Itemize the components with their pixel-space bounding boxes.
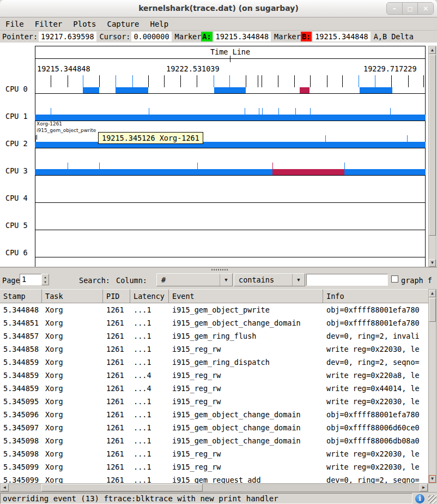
chevron-down-icon[interactable]: ▼ (220, 274, 232, 286)
marker-b-badge[interactable]: B: (301, 32, 312, 41)
cell-latency: ...1 (130, 460, 169, 473)
scroll-down-icon[interactable]: ▼ (429, 259, 436, 267)
cell-info: obj=0xffff88006db08a0 (323, 434, 428, 447)
header-info[interactable]: Info (323, 289, 428, 303)
cell-pid: 1261 (103, 329, 130, 343)
header-latency[interactable]: Latency (130, 289, 169, 303)
cell-task: Xorg (42, 343, 103, 356)
cell-info: dev=0, ring=2, invali (323, 329, 428, 343)
table-row[interactable]: 5.344859Xorg1261...4i915_reg_rwwrite reg… (0, 382, 428, 395)
table-vscroll-thumb[interactable] (429, 298, 436, 322)
event-tick (391, 75, 392, 87)
scroll-right-icon[interactable]: ▶ (420, 484, 428, 491)
scroll-down-icon[interactable]: ▼ (429, 475, 436, 483)
event-tick (197, 75, 197, 87)
task-run-bar[interactable] (360, 87, 392, 93)
task-run-bar[interactable] (300, 87, 309, 93)
axis-label-mid: 19222.531039 (166, 64, 220, 73)
match-select-value: contains (239, 275, 274, 284)
table-hscroll-thumb[interactable] (41, 484, 203, 491)
table-row[interactable]: 5.345098Xorg1261...1i915_gem_object_chan… (0, 434, 428, 447)
task-run-bar[interactable] (83, 87, 99, 93)
timeline-graph-pane[interactable]: Time Line 19215.344848 19222.531039 1922… (0, 43, 437, 267)
event-tick (148, 75, 149, 87)
header-event[interactable]: Event (169, 289, 323, 303)
table-vscrollbar[interactable]: ▲ ▼ (428, 289, 436, 483)
marker-a-badge[interactable]: A: (201, 32, 212, 41)
resize-grip-icon[interactable] (428, 495, 436, 503)
chevron-down-icon[interactable]: ▼ (292, 274, 305, 286)
cell-event: i915_reg_rw (169, 447, 323, 460)
table-row[interactable]: 5.344848Xorg1261...1i915_gem_object_pwri… (0, 303, 428, 316)
maximize-button[interactable]: ◻ (403, 3, 418, 14)
task-run-bar[interactable] (214, 87, 246, 93)
plot-frame (35, 46, 426, 267)
cell-stamp: 5.345099 (0, 473, 42, 483)
graph-follows-checkbox[interactable] (391, 275, 398, 283)
cell-latency: ...1 (130, 329, 169, 343)
cell-event: i915_gem_object_change_domain (169, 408, 323, 421)
cell-pid: 1261 (103, 473, 130, 483)
header-task[interactable]: Task (42, 289, 103, 303)
task-annotation: Xorg-1261 i915_gem_object_pwrite (37, 121, 96, 134)
scroll-up-icon[interactable]: ▲ (429, 46, 436, 54)
search-input[interactable] (306, 274, 388, 286)
cell-pid: 1261 (103, 303, 130, 316)
task-run-bar[interactable] (272, 169, 344, 175)
close-button[interactable]: ✕ (418, 3, 433, 14)
table-hscrollbar[interactable]: ◀ ▶ (0, 483, 428, 492)
table-row[interactable]: 5.345098Xorg1261...1i915_reg_rwwrite reg… (0, 447, 428, 460)
info-icon[interactable]: i (415, 494, 424, 503)
header-pid[interactable]: PID (103, 289, 130, 303)
menu-file[interactable]: File (0, 19, 29, 29)
cell-info: write reg=0x22030, le (323, 343, 428, 356)
table-row[interactable]: 5.345097Xorg1261...1i915_gem_object_chan… (0, 421, 428, 434)
event-tick (132, 75, 133, 87)
column-select-value: # (161, 275, 166, 284)
window-controls: – ◻ ✕ (386, 2, 434, 15)
cell-pid: 1261 (103, 434, 130, 447)
table-row[interactable]: 5.344859Xorg1261...4i915_reg_rwwrite reg… (0, 369, 428, 382)
cell-task: Xorg (42, 382, 103, 395)
minimize-button[interactable]: – (387, 3, 403, 14)
cell-stamp: 5.344859 (0, 369, 42, 382)
cell-info: write reg=0x22030, le (323, 460, 428, 473)
table-row[interactable]: 5.344859Xorg1261...1i915_gem_ring_dispat… (0, 356, 428, 369)
event-tick (278, 75, 278, 87)
scroll-left-icon[interactable]: ◀ (1, 484, 9, 491)
event-tick (390, 108, 391, 115)
graph-vscrollbar[interactable]: ▲ ▼ (428, 46, 436, 267)
cell-info: write reg=0x22030, le (323, 395, 428, 408)
cell-stamp: 5.344859 (0, 382, 42, 395)
event-tick (68, 75, 68, 87)
graph-vscroll-thumb[interactable] (429, 55, 436, 236)
scroll-up-icon[interactable]: ▲ (429, 290, 436, 297)
table-row[interactable]: 5.344858Xorg1261...1i915_reg_rwwrite reg… (0, 343, 428, 356)
table-row[interactable]: 5.345095Xorg1261...1i915_reg_rwwrite reg… (0, 395, 428, 408)
table-row[interactable]: 5.345096Xorg1261...1i915_gem_object_chan… (0, 408, 428, 421)
task-run-bar[interactable] (35, 115, 426, 121)
pointer-marker-bar: Pointer: 19217.639598 Cursor: 0.000000 M… (0, 31, 437, 43)
task-run-bar[interactable] (116, 87, 148, 93)
column-select[interactable]: # ▼ (156, 273, 233, 286)
table-row[interactable]: 5.344851Xorg1261...1i915_gem_object_chan… (0, 316, 428, 329)
task-run-bar[interactable] (35, 169, 426, 175)
task-run-bar[interactable] (35, 142, 426, 148)
page-spinner[interactable]: ▲▼ (41, 274, 49, 285)
menu-filter[interactable]: Filter (29, 19, 68, 29)
cell-info: obj=0xffff88006d60ce0 (323, 421, 428, 434)
table-row[interactable]: 5.345099Xorg1261...1i915_gem_request_add… (0, 473, 428, 483)
table-row[interactable]: 5.345099Xorg1261...1i915_reg_rwwrite reg… (0, 460, 428, 473)
menu-capture[interactable]: Capture (101, 19, 144, 29)
title-bar[interactable]: kernelshark(trace.dat) (on sugarbay) – ◻… (0, 0, 437, 17)
cell-task: Xorg (42, 329, 103, 343)
pane-splitter[interactable] (0, 267, 437, 271)
match-select[interactable]: contains ▼ (234, 273, 305, 286)
cell-task: Xorg (42, 434, 103, 447)
cell-stamp: 5.345098 (0, 434, 42, 447)
menu-help[interactable]: Help (144, 19, 174, 29)
header-stamp[interactable]: Stamp (0, 289, 42, 303)
page-spinbox[interactable]: 1 (20, 274, 41, 285)
table-row[interactable]: 5.344857Xorg1261...1i915_gem_ring_flushd… (0, 329, 428, 343)
menu-plots[interactable]: Plots (68, 19, 101, 29)
